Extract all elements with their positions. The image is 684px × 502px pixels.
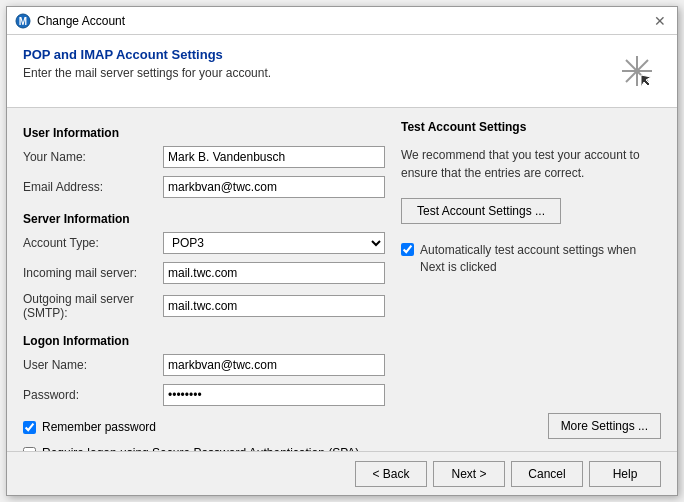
test-settings-description: We recommend that you test your account … bbox=[401, 146, 661, 182]
footer: < Back Next > Cancel Help bbox=[7, 451, 677, 495]
svg-text:M: M bbox=[19, 16, 27, 27]
account-type-select[interactable]: POP3 IMAP bbox=[163, 232, 385, 254]
logon-info-label: Logon Information bbox=[23, 334, 385, 348]
outgoing-input[interactable] bbox=[163, 295, 385, 317]
auto-test-checkbox[interactable] bbox=[401, 243, 414, 256]
back-button[interactable]: < Back bbox=[355, 461, 427, 487]
account-type-row: Account Type: POP3 IMAP bbox=[23, 232, 385, 254]
header-title: POP and IMAP Account Settings bbox=[23, 47, 271, 62]
svg-marker-6 bbox=[641, 75, 651, 87]
email-input[interactable] bbox=[163, 176, 385, 198]
remember-password-row: Remember password bbox=[23, 420, 385, 434]
outgoing-row: Outgoing mail server (SMTP): bbox=[23, 292, 385, 320]
cursor-icon bbox=[617, 51, 657, 91]
header-subtitle: Enter the mail server settings for your … bbox=[23, 66, 271, 80]
incoming-label: Incoming mail server: bbox=[23, 266, 163, 280]
email-row: Email Address: bbox=[23, 176, 385, 198]
next-button[interactable]: Next > bbox=[433, 461, 505, 487]
email-label: Email Address: bbox=[23, 180, 163, 194]
help-button[interactable]: Help bbox=[589, 461, 661, 487]
content-area: User Information Your Name: Email Addres… bbox=[7, 108, 677, 451]
outgoing-label: Outgoing mail server (SMTP): bbox=[23, 292, 163, 320]
account-type-label: Account Type: bbox=[23, 236, 163, 250]
password-input[interactable] bbox=[163, 384, 385, 406]
username-input[interactable] bbox=[163, 354, 385, 376]
more-settings-row: More Settings ... bbox=[401, 413, 661, 439]
title-bar-left: M Change Account bbox=[15, 13, 125, 29]
cancel-button[interactable]: Cancel bbox=[511, 461, 583, 487]
more-settings-button[interactable]: More Settings ... bbox=[548, 413, 661, 439]
username-label: User Name: bbox=[23, 358, 163, 372]
dialog-title: Change Account bbox=[37, 14, 125, 28]
header-icon bbox=[613, 47, 661, 95]
test-account-settings-button[interactable]: Test Account Settings ... bbox=[401, 198, 561, 224]
password-label: Password: bbox=[23, 388, 163, 402]
right-panel: Test Account Settings We recommend that … bbox=[401, 120, 661, 439]
close-button[interactable]: ✕ bbox=[651, 12, 669, 30]
username-row: User Name: bbox=[23, 354, 385, 376]
remember-password-checkbox[interactable] bbox=[23, 421, 36, 434]
your-name-input[interactable] bbox=[163, 146, 385, 168]
header-section: POP and IMAP Account Settings Enter the … bbox=[7, 35, 677, 108]
your-name-row: Your Name: bbox=[23, 146, 385, 168]
user-info-label: User Information bbox=[23, 126, 385, 140]
test-settings-title: Test Account Settings bbox=[401, 120, 661, 134]
header-text: POP and IMAP Account Settings Enter the … bbox=[23, 47, 271, 80]
remember-password-label[interactable]: Remember password bbox=[42, 420, 156, 434]
dialog-icon: M bbox=[15, 13, 31, 29]
incoming-row: Incoming mail server: bbox=[23, 262, 385, 284]
title-bar: M Change Account ✕ bbox=[7, 7, 677, 35]
auto-test-label[interactable]: Automatically test account settings when… bbox=[420, 242, 661, 276]
change-account-dialog: M Change Account ✕ POP and IMAP Account … bbox=[6, 6, 678, 496]
incoming-input[interactable] bbox=[163, 262, 385, 284]
your-name-label: Your Name: bbox=[23, 150, 163, 164]
password-row: Password: bbox=[23, 384, 385, 406]
left-panel: User Information Your Name: Email Addres… bbox=[23, 120, 385, 439]
auto-test-row: Automatically test account settings when… bbox=[401, 242, 661, 276]
server-info-label: Server Information bbox=[23, 212, 385, 226]
